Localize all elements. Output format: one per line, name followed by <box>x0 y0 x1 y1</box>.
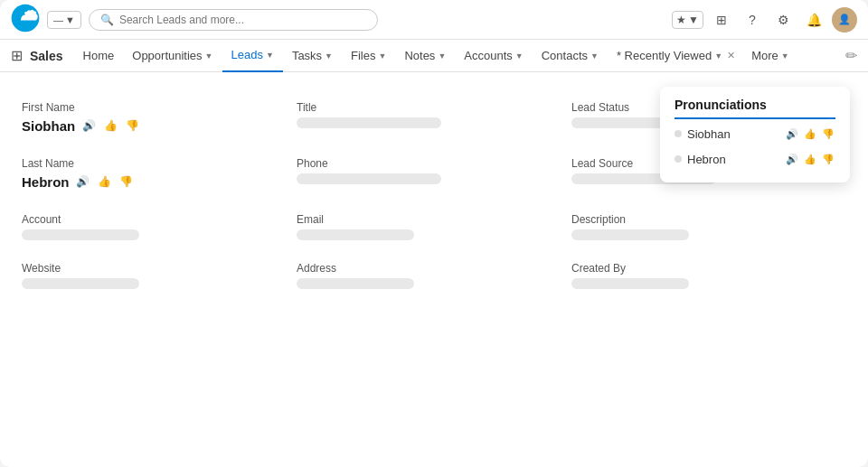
nav-item-opportunities[interactable]: Opportunities ▼ <box>123 40 222 72</box>
last-name-thumbup-icon[interactable]: 👍 <box>97 173 113 190</box>
nav-item-files[interactable]: Files ▼ <box>342 40 395 72</box>
app-grid-icon[interactable]: ⊞ <box>11 47 23 64</box>
opportunities-chevron-icon: ▼ <box>205 51 213 61</box>
search-input[interactable] <box>119 14 366 26</box>
field-phone: Phone <box>297 146 571 202</box>
value-bar-address <box>297 278 414 289</box>
top-bar: — ▼ 🔍 ★ ▼ ⊞ ? ⚙ 🔔 <box>0 0 868 40</box>
value-bar-title <box>297 117 441 128</box>
field-created-by: Created By <box>571 251 846 300</box>
top-bar-actions: ★ ▼ ⊞ ? ⚙ 🔔 👤 <box>672 7 857 33</box>
label-created-by: Created By <box>571 262 832 275</box>
last-name-audio-icon[interactable]: 🔊 <box>75 173 91 190</box>
nav-bar: ⊞ Sales Home Opportunities ▼ Leads ▼ Tas… <box>0 40 868 72</box>
pron-thumbdown-hebron[interactable]: 👎 <box>821 152 835 166</box>
field-email: Email <box>297 202 571 251</box>
field-account: Account <box>22 202 297 251</box>
nav-label-more: More <box>751 49 778 62</box>
pronunciations-panel: Pronunciations Siobhan 🔊 👍 👎 Hebron 🔊 👍 <box>660 87 850 182</box>
nav-item-tasks[interactable]: Tasks ▼ <box>283 40 342 72</box>
favorites-dropdown-icon: ▼ <box>688 14 699 26</box>
pron-thumbup-hebron[interactable]: 👍 <box>803 152 817 166</box>
app-name[interactable]: Sales <box>30 49 63 63</box>
label-account: Account <box>22 213 282 226</box>
user-avatar[interactable]: 👤 <box>832 7 857 33</box>
nav-label-files: Files <box>351 49 375 62</box>
pronunciation-entry-siobhan: Siobhan 🔊 👍 👎 <box>675 121 835 146</box>
nav-label-contacts: Contacts <box>542 49 588 62</box>
field-last-name: Last Name Hebron 🔊 👍 👎 <box>22 146 297 202</box>
pron-audio-hebron[interactable]: 🔊 <box>785 152 799 166</box>
contacts-chevron-icon: ▼ <box>590 51 599 61</box>
pron-icons-hebron: 🔊 👍 👎 <box>785 152 835 166</box>
pronunciation-name-siobhan: Siobhan <box>687 127 779 141</box>
more-chevron-icon: ▼ <box>781 51 789 61</box>
value-bar-account <box>22 229 139 240</box>
dropdown-arrow-icon: ▼ <box>65 14 75 25</box>
files-chevron-icon: ▼ <box>378 51 386 61</box>
tasks-chevron-icon: ▼ <box>325 51 333 61</box>
grid-icon: ⊞ <box>716 13 727 27</box>
favorites-button[interactable]: ★ ▼ <box>672 11 703 29</box>
pronunciations-title: Pronunciations <box>675 98 835 119</box>
nav-label-tasks: Tasks <box>292 49 322 62</box>
value-bar-website <box>22 278 139 289</box>
help-icon: ? <box>749 13 756 27</box>
value-last-name: Hebron 🔊 👍 👎 <box>22 173 282 190</box>
salesforce-logo[interactable] <box>11 4 40 36</box>
bell-icon: 🔔 <box>807 13 822 27</box>
nav-item-recently-viewed[interactable]: * Recently Viewed ▼ ✕ <box>608 40 744 72</box>
value-bar-description <box>571 229 689 240</box>
pronunciation-entry-hebron: Hebron 🔊 👍 👎 <box>675 146 835 172</box>
first-name-thumbdown-icon[interactable]: 👎 <box>124 117 140 134</box>
field-first-name: First Name Siobhan 🔊 👍 👎 <box>22 90 297 146</box>
first-name-thumbup-icon[interactable]: 👍 <box>102 117 118 134</box>
label-last-name: Last Name <box>22 157 282 170</box>
pronunciation-name-hebron: Hebron <box>687 153 779 166</box>
nav-item-home[interactable]: Home <box>74 40 124 72</box>
pronunciation-dot-siobhan <box>675 130 682 137</box>
gear-icon: ⚙ <box>778 13 789 27</box>
nav-item-contacts[interactable]: Contacts ▼ <box>533 40 608 72</box>
label-title: Title <box>297 101 557 114</box>
close-recently-viewed-button[interactable]: ✕ <box>727 50 735 61</box>
pron-thumbup-siobhan[interactable]: 👍 <box>803 126 817 141</box>
label-phone: Phone <box>297 157 557 170</box>
last-name-thumbdown-icon[interactable]: 👎 <box>118 173 135 190</box>
pencil-icon: ✏ <box>845 48 857 63</box>
nav-label-accounts: Accounts <box>464 49 512 62</box>
field-title: Title <box>297 90 571 146</box>
nav-label-home: Home <box>83 49 115 62</box>
nav-item-more[interactable]: More ▼ <box>744 40 797 72</box>
value-first-name: Siobhan 🔊 👍 👎 <box>22 117 282 134</box>
nav-label-leads: Leads <box>231 48 263 61</box>
star-icon: ★ <box>676 14 686 26</box>
label-website: Website <box>22 262 282 275</box>
field-website: Website <box>22 251 297 300</box>
help-button[interactable]: ? <box>740 7 765 33</box>
nav-item-notes[interactable]: Notes ▼ <box>395 40 455 72</box>
label-first-name: First Name <box>22 101 282 114</box>
back-nav-button[interactable]: — ▼ <box>47 11 81 29</box>
settings-button[interactable]: ⚙ <box>770 7 796 33</box>
nav-edit-button[interactable]: ✏ <box>845 47 857 64</box>
search-icon: 🔍 <box>100 14 114 26</box>
first-name-audio-icon[interactable]: 🔊 <box>80 117 97 134</box>
label-address: Address <box>297 262 557 275</box>
notifications-button[interactable]: 🔔 <box>801 7 826 33</box>
value-bar-email <box>297 229 414 240</box>
main-content: First Name Siobhan 🔊 👍 👎 Title Lead Stat… <box>0 72 868 467</box>
nav-label-recently-viewed: * Recently Viewed <box>617 49 712 62</box>
pron-thumbdown-siobhan[interactable]: 👎 <box>821 126 835 141</box>
notes-chevron-icon: ▼ <box>438 51 446 61</box>
last-name-text: Hebron <box>22 174 70 190</box>
field-address: Address <box>297 251 571 300</box>
accounts-chevron-icon: ▼ <box>515 51 524 61</box>
nav-item-leads[interactable]: Leads ▼ <box>222 40 283 72</box>
nav-item-accounts[interactable]: Accounts ▼ <box>455 40 532 72</box>
pron-audio-siobhan[interactable]: 🔊 <box>785 126 799 141</box>
label-description: Description <box>571 213 832 226</box>
search-bar[interactable]: 🔍 <box>89 9 378 31</box>
grid-button[interactable]: ⊞ <box>709 7 734 33</box>
leads-chevron-icon: ▼ <box>266 51 274 60</box>
